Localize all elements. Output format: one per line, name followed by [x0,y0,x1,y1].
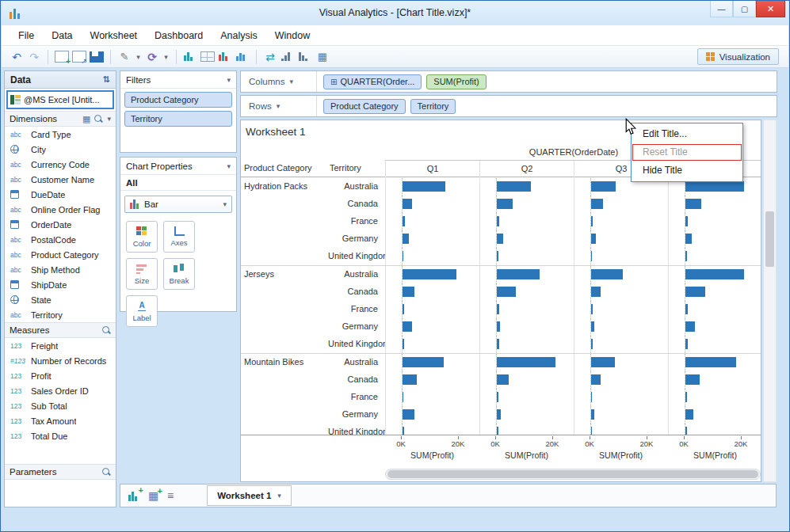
profit-bar[interactable] [685,427,687,435]
bar-cell[interactable] [668,266,761,283]
profit-bar[interactable] [591,269,623,279]
field-item[interactable]: 123Sub Total [5,398,116,413]
bar-cell[interactable] [479,230,574,248]
bar-cell[interactable] [574,371,668,389]
profit-bar[interactable] [403,251,403,261]
bar-cell[interactable] [574,336,668,353]
bar-cell[interactable] [385,213,479,230]
redo-icon[interactable]: ↷ [27,49,41,65]
swap-axes-icon[interactable]: ⇄ [263,49,277,65]
profit-bar[interactable] [497,409,501,420]
profit-bar[interactable] [497,269,540,279]
bar-cell[interactable] [385,406,479,424]
profit-bar[interactable] [685,287,705,297]
profit-bar[interactable] [497,374,509,385]
profit-bar[interactable] [403,321,412,332]
bar-cell[interactable] [668,248,761,265]
bar-cell[interactable] [479,406,574,424]
bar-cell[interactable] [574,196,668,213]
profit-bar[interactable] [497,251,498,261]
horizontal-scrollbar[interactable] [385,469,761,480]
profit-bar[interactable] [403,392,403,402]
profit-bar[interactable] [497,392,498,402]
bar-cell[interactable] [574,406,668,424]
refresh-icon[interactable]: ⟳ [145,49,159,65]
profit-bar[interactable] [685,392,687,402]
field-item[interactable]: abcShip Method [5,262,116,277]
profit-bar[interactable] [403,181,445,192]
search-icon[interactable] [102,326,111,335]
bar-cell[interactable] [479,248,574,265]
field-item[interactable]: abcTerritory [5,307,116,322]
profit-bar[interactable] [591,199,603,209]
profit-bar[interactable] [497,427,498,435]
profit-bar[interactable] [591,216,593,226]
bar-cell[interactable] [668,301,761,318]
chevron-down-icon[interactable]: ▾ [289,78,293,86]
title-bar[interactable]: Visual Analytics - [Chart Title.vizx]* —… [2,1,788,25]
data-panel-header[interactable]: Data ⇅ [5,71,116,89]
menu-analysis[interactable]: Analysis [212,25,266,45]
profit-bar[interactable] [685,234,692,244]
profit-bar[interactable] [403,374,417,385]
shelf-pill[interactable]: ⊞QUARTER(Order... [323,74,422,89]
dimensions-header[interactable]: Dimensions ▦ ▾ [5,111,116,127]
new-worksheet-icon[interactable] [128,490,141,501]
field-item[interactable]: DueDate [5,187,116,202]
vertical-scrollbar[interactable] [763,120,777,482]
bar-cell[interactable] [385,389,479,406]
bar-cell[interactable] [574,318,668,336]
bar-cell[interactable] [385,283,479,301]
profit-bar[interactable] [497,339,499,349]
profit-bar[interactable] [591,251,592,261]
context-menu-item[interactable]: Edit Title... [632,125,742,143]
save-icon[interactable] [90,51,104,63]
bar-cell[interactable] [479,283,574,301]
bar-cell[interactable] [668,371,761,389]
field-item[interactable]: 123Tax Amount [5,413,116,428]
new-dashboard-icon[interactable]: ▦ [148,490,160,501]
bar-cell[interactable] [574,424,668,435]
bar-cell[interactable] [668,283,761,301]
profit-bar[interactable] [685,321,695,332]
field-item[interactable]: State [5,292,116,307]
filters-header[interactable]: Filters ▾ [120,71,236,89]
profit-bar[interactable] [685,357,736,367]
field-item[interactable]: 123Profit [5,368,116,383]
field-item[interactable]: #123Number of Records [5,353,116,368]
minimize-button[interactable]: — [710,1,733,17]
menu-dashboard[interactable]: Dashboard [146,25,212,45]
field-item[interactable]: abcCurrency Code [5,157,116,172]
menu-worksheet[interactable]: Worksheet [82,25,147,45]
menu-file[interactable]: File [10,25,43,45]
sort-updown-icon[interactable]: ⇅ [103,74,110,85]
bar-cell[interactable] [479,178,574,196]
chevron-down-icon[interactable]: ▾ [227,162,231,170]
bar-cell[interactable] [668,336,761,353]
profit-bar[interactable] [403,269,456,279]
profit-bar[interactable] [403,304,404,314]
bar-cell[interactable] [385,424,479,435]
profit-bar[interactable] [685,409,693,420]
profit-bar[interactable] [497,287,516,297]
chart-teal-icon[interactable] [183,51,197,62]
chart-red-icon[interactable] [218,51,232,62]
bar-cell[interactable] [668,196,761,213]
shelf-pill[interactable]: Territory [410,99,456,114]
menu-data[interactable]: Data [43,25,81,45]
bar-cell[interactable] [668,354,761,371]
field-item[interactable]: OrderDate [5,217,116,232]
bar-cell[interactable] [668,389,761,406]
profit-bar[interactable] [497,321,500,332]
profit-bar[interactable] [591,234,596,244]
color-button[interactable]: Color [126,221,158,253]
table-icon[interactable]: ▦ [82,114,90,124]
bar-cell[interactable] [385,301,479,318]
profit-bar[interactable] [685,374,700,385]
profit-bar[interactable] [591,321,594,332]
profit-bar[interactable] [403,216,405,226]
caret-down-icon[interactable]: ▾ [162,49,170,65]
chevron-down-icon[interactable]: ▾ [227,76,231,84]
bar-cell[interactable] [479,371,574,389]
field-item[interactable]: 123Total Due [5,428,116,443]
